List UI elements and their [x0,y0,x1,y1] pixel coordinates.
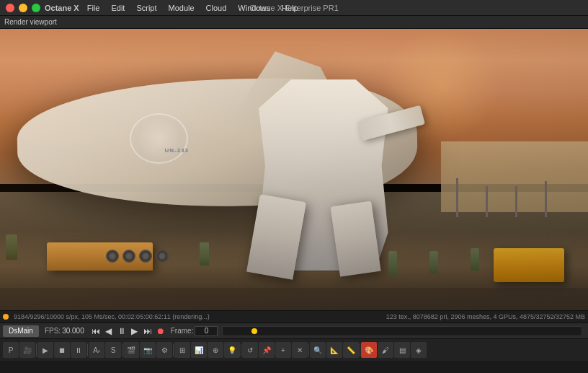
wheel-1 [106,250,119,263]
tool-photo[interactable]: 📷 [140,342,156,358]
lamp-post-3 [515,186,517,217]
separator-1 [36,343,37,356]
transport-bar: DsMain FPS: 30.000 ⏮ ◀ ⏸ ▶ ⏭ ⏺ Frame: [0,323,588,339]
viewport-label: Render viewport [0,16,588,29]
wheel-2 [122,250,135,263]
tool-target[interactable]: ⊕ [208,342,223,358]
separator-4 [173,343,174,356]
menu-script[interactable]: Script [131,3,161,13]
tool-s[interactable]: S [105,342,121,358]
tool-render[interactable]: ▶ [37,342,53,358]
tool-measure[interactable]: 📐 [326,342,342,358]
maximize-button[interactable] [32,4,40,12]
tool-layers[interactable]: ▤ [394,342,410,358]
figure-5 [471,248,479,271]
figure-2 [200,242,208,265]
tool-settings[interactable]: ⚙ [156,342,172,358]
menu-file[interactable]: File [82,3,105,13]
close-button[interactable] [6,4,14,12]
minimize-button[interactable] [19,4,27,12]
tool-pause[interactable]: ⏸ [71,342,86,358]
window-title: Octane X Enterprise PR1 [249,4,339,12]
go-to-start-button[interactable]: ⏮ [90,325,102,337]
tool-node[interactable]: ◈ [411,342,427,358]
terminal-building [441,141,588,212]
tool-remove[interactable]: ✕ [292,342,308,358]
tool-color[interactable]: 🎨 [361,342,377,358]
ground-vehicle-2 [494,248,564,282]
menu-cloud[interactable]: Cloud [201,3,232,13]
figure-1 [6,234,17,260]
aircraft-text-un: UN-233 [164,147,189,154]
tool-refresh[interactable]: ↺ [242,342,258,358]
separator-2 [87,343,88,356]
render-viewport[interactable]: UN-233 [0,29,588,310]
title-bar: Octane X File Edit Script Module Cloud W… [0,0,588,16]
fps-label: FPS: [45,327,61,335]
window-controls [0,4,40,12]
status-left: 9184/9296/10000 s/px, 105 Ms/sec, 00:02:… [3,313,386,320]
lamp-post-1 [456,178,458,218]
tool-light[interactable]: 💡 [224,342,240,358]
status-bar: 9184/9296/10000 s/px, 105 Ms/sec, 00:02:… [0,310,588,323]
fps-value: 30.000 [62,327,84,335]
tool-add[interactable]: + [275,342,291,358]
lamp-post-4 [545,181,547,218]
menu-module[interactable]: Module [164,3,200,13]
render-stats: 123 tex., 8078682 pri, 2906 meshes, 4 GP… [386,313,585,320]
go-to-end-button[interactable]: ⏭ [142,325,153,337]
timeline-thumb[interactable] [251,328,257,334]
record-button[interactable]: ⏺ [155,325,166,337]
tool-perspective[interactable]: P [3,342,19,358]
tool-grid[interactable]: ⊞ [174,342,190,358]
tool-palette[interactable]: 🖌 [378,342,393,358]
separator-6 [308,343,309,356]
next-frame-button[interactable]: ▶ [129,325,141,337]
tool-anim[interactable]: Aᵣ [89,342,104,358]
frame-input[interactable] [195,326,218,336]
rendering-indicator [3,314,9,320]
figure-4 [429,251,438,273]
separator-3 [122,343,122,356]
aircraft-emblem [130,113,189,164]
separator-5 [241,343,241,356]
wheel-4 [156,250,169,263]
tool-zoom[interactable]: 🔍 [310,342,326,358]
tool-graph[interactable]: 📊 [191,342,207,358]
play-button[interactable]: ⏸ [116,325,128,337]
tab-dsmain[interactable]: DsMain [3,325,39,337]
frame-label: Frame: [171,327,194,335]
menu-edit[interactable]: Edit [106,3,130,13]
lamp-post-2 [486,186,488,217]
tool-pin[interactable]: 📌 [259,342,275,358]
app-name: Octane X [45,4,79,12]
wheel-group [106,250,169,263]
timeline-scrubber[interactable] [222,326,582,336]
tool-clapper[interactable]: 🎬 [123,342,139,358]
tools-bar: P 🎥 ▶ ⏹ ⏸ Aᵣ S 🎬 📷 ⚙ ⊞ 📊 ⊕ 💡 ↺ 📌 + ✕ 🔍 📐… [0,339,588,361]
tool-ruler[interactable]: 📏 [343,342,359,358]
figure-3 [388,251,397,276]
tool-camera[interactable]: 🎥 [19,342,35,358]
tool-stop[interactable]: ⏹ [54,342,70,358]
prev-frame-button[interactable]: ◀ [103,325,115,337]
wheel-3 [139,250,152,263]
separator-7 [360,343,360,356]
render-progress: 9184/9296/10000 s/px, 105 Ms/sec, 00:02:… [14,313,210,320]
